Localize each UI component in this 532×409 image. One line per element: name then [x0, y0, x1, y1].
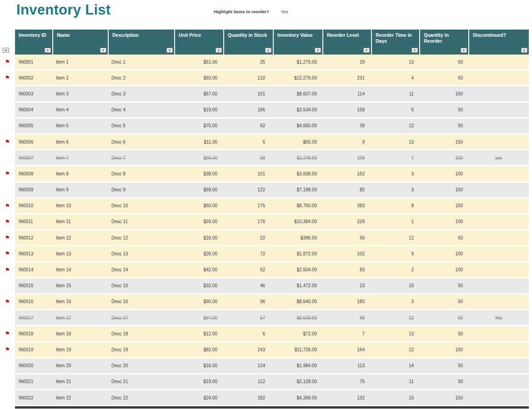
cell-name[interactable]: Item 7: [52, 150, 108, 166]
cell-inv_value[interactable]: $8,607.00: [273, 86, 322, 102]
cell-inv_value[interactable]: $10,384.00: [273, 214, 322, 230]
cell-reorder_level[interactable]: 162: [322, 166, 371, 182]
cell-qty_reorder[interactable]: 50: [419, 374, 468, 390]
filter-dropdown-icon[interactable]: ▼: [3, 48, 9, 53]
cell-id[interactable]: IN0016: [15, 294, 52, 310]
cell-qty_stock[interactable]: 46: [223, 279, 273, 294]
cell-reorder_level[interactable]: 102: [322, 246, 371, 262]
cell-unit_price[interactable]: $75.00: [174, 119, 223, 135]
cell-reorder_level[interactable]: 83: [322, 262, 371, 278]
cell-desc[interactable]: Desc 19: [108, 342, 174, 358]
cell-name[interactable]: Item 17: [52, 310, 108, 326]
cell-inv_value[interactable]: $1,984.00: [273, 359, 322, 374]
cell-reorder_level[interactable]: 29: [322, 55, 371, 70]
cell-unit_price[interactable]: $57.00: [174, 86, 223, 102]
cell-id[interactable]: IN0017: [15, 310, 52, 326]
cell-name[interactable]: Item 15: [52, 279, 108, 294]
cell-discontinued[interactable]: [468, 359, 529, 374]
cell-unit_price[interactable]: $97.00: [174, 310, 223, 326]
cell-qty_reorder[interactable]: 150: [419, 342, 468, 358]
cell-reorder_level[interactable]: 75: [322, 374, 371, 390]
cell-name[interactable]: Item 22: [52, 390, 108, 406]
cell-discontinued[interactable]: [468, 199, 529, 214]
cell-qty_stock[interactable]: 176: [223, 214, 273, 230]
cell-reorder_days[interactable]: 12: [371, 310, 419, 326]
cell-reorder_days[interactable]: 15: [371, 279, 419, 294]
cell-discontinued[interactable]: [468, 70, 529, 86]
cell-inv_value[interactable]: $2,604.00: [273, 262, 322, 278]
cell-discontinued[interactable]: [468, 374, 529, 390]
cell-qty_reorder[interactable]: 100: [419, 166, 468, 182]
cell-reorder_level[interactable]: 9: [322, 135, 371, 150]
cell-reorder_days[interactable]: 3: [371, 294, 419, 310]
cell-reorder_days[interactable]: 3: [371, 166, 419, 182]
cell-unit_price[interactable]: $26.00: [174, 246, 223, 262]
filter-dropdown-icon[interactable]: ▼: [315, 48, 321, 53]
cell-inv_value[interactable]: $396.00: [273, 230, 322, 246]
cell-inv_value[interactable]: $3,534.00: [273, 103, 322, 119]
cell-discontinued[interactable]: Yes: [468, 310, 529, 326]
cell-id[interactable]: IN0008: [15, 166, 52, 182]
cell-unit_price[interactable]: $59.00: [174, 214, 223, 230]
cell-desc[interactable]: Desc 5: [108, 119, 174, 135]
cell-unit_price[interactable]: $59.00: [174, 183, 223, 199]
cell-reorder_level[interactable]: 109: [322, 150, 371, 166]
cell-unit_price[interactable]: $19.00: [174, 103, 223, 119]
cell-discontinued[interactable]: [468, 86, 529, 102]
cell-desc[interactable]: Desc 10: [108, 199, 174, 214]
cell-inv_value[interactable]: $4,368.00: [273, 390, 322, 406]
cell-qty_stock[interactable]: 62: [223, 119, 273, 135]
cell-unit_price[interactable]: $32.00: [174, 279, 223, 294]
cell-reorder_level[interactable]: 23: [322, 279, 371, 294]
cell-id[interactable]: IN0001: [15, 55, 52, 70]
cell-qty_reorder[interactable]: 150: [419, 86, 468, 102]
cell-name[interactable]: Item 9: [52, 183, 108, 199]
cell-discontinued[interactable]: [468, 294, 529, 310]
cell-discontinued[interactable]: yes: [468, 150, 529, 166]
cell-discontinued[interactable]: [468, 390, 529, 406]
cell-reorder_level[interactable]: 56: [322, 230, 371, 246]
cell-desc[interactable]: Desc 3: [108, 86, 174, 102]
cell-name[interactable]: Item 14: [52, 262, 108, 278]
cell-name[interactable]: Item 12: [52, 230, 108, 246]
cell-qty_reorder[interactable]: 100: [419, 246, 468, 262]
cell-unit_price[interactable]: $11.00: [174, 135, 223, 150]
cell-qty_stock[interactable]: 175: [223, 199, 273, 214]
filter-dropdown-icon[interactable]: ▼: [461, 48, 467, 53]
cell-name[interactable]: Item 13: [52, 246, 108, 262]
cell-qty_reorder[interactable]: 50: [419, 279, 468, 294]
cell-qty_stock[interactable]: 182: [223, 390, 273, 406]
cell-discontinued[interactable]: [468, 262, 529, 278]
cell-discontinued[interactable]: [468, 342, 529, 358]
cell-reorder_days[interactable]: 12: [371, 342, 419, 358]
cell-id[interactable]: IN0018: [15, 326, 52, 342]
cell-qty_stock[interactable]: 57: [223, 310, 273, 326]
cell-id[interactable]: IN0009: [15, 183, 52, 199]
cell-reorder_level[interactable]: 39: [322, 119, 371, 135]
cell-qty_stock[interactable]: 112: [223, 374, 273, 390]
cell-qty_reorder[interactable]: 50: [419, 294, 468, 310]
cell-qty_stock[interactable]: 6: [223, 326, 273, 342]
cell-qty_stock[interactable]: 151: [223, 86, 273, 102]
cell-reorder_days[interactable]: 2: [371, 262, 419, 278]
cell-inv_value[interactable]: $4,650.00: [273, 119, 322, 135]
cell-id[interactable]: IN0015: [15, 279, 52, 294]
cell-desc[interactable]: Desc 20: [108, 359, 174, 374]
cell-reorder_level[interactable]: 114: [322, 86, 371, 102]
cell-id[interactable]: IN0014: [15, 262, 52, 278]
cell-qty_stock[interactable]: 72: [223, 246, 273, 262]
cell-name[interactable]: Item 11: [52, 214, 108, 230]
cell-name[interactable]: Item 4: [52, 103, 108, 119]
cell-discontinued[interactable]: [468, 326, 529, 342]
cell-qty_reorder[interactable]: 150: [419, 135, 468, 150]
filter-dropdown-icon[interactable]: ▼: [216, 48, 222, 53]
cell-unit_price[interactable]: $56.00: [174, 150, 223, 166]
cell-inv_value[interactable]: $1,472.00: [273, 279, 322, 294]
cell-qty_stock[interactable]: 122: [223, 183, 273, 199]
cell-discontinued[interactable]: [468, 183, 529, 199]
cell-reorder_level[interactable]: 82: [322, 183, 371, 199]
cell-desc[interactable]: Desc 13: [108, 246, 174, 262]
cell-reorder_days[interactable]: 12: [371, 230, 419, 246]
cell-qty_reorder[interactable]: 100: [419, 214, 468, 230]
cell-qty_stock[interactable]: 58: [223, 150, 273, 166]
